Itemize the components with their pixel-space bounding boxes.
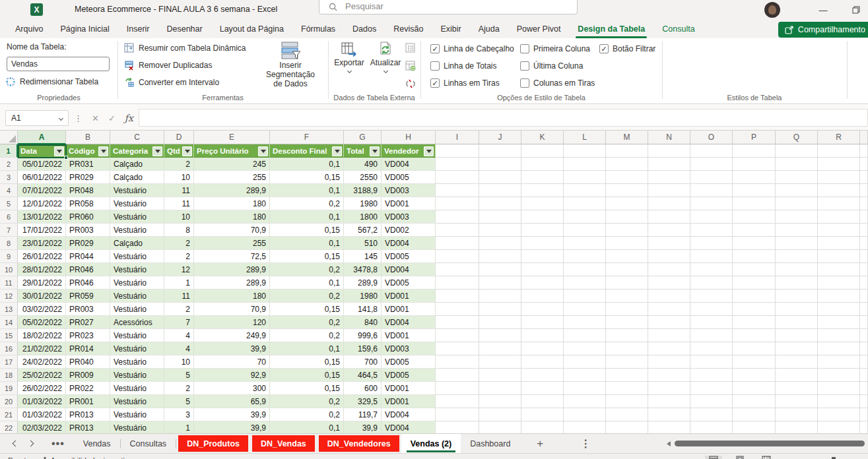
empty-cell[interactable] (564, 369, 606, 382)
table-cell[interactable]: Vestuário (110, 303, 164, 316)
table-cell[interactable]: 11 (164, 290, 194, 303)
resize-table-button[interactable]: Redimensionar Tabela (5, 76, 98, 87)
empty-cell[interactable] (776, 224, 818, 237)
empty-cell[interactable] (436, 355, 479, 369)
table-cell[interactable]: 289,9 (194, 263, 270, 276)
empty-cell[interactable] (479, 329, 521, 342)
table-cell[interactable]: PR029 (66, 171, 110, 184)
table-cell[interactable]: 0,2 (270, 263, 344, 276)
filter-dropdown-button[interactable] (54, 146, 64, 156)
empty-cell[interactable] (690, 342, 733, 355)
row-header-22[interactable]: 22 (0, 421, 18, 433)
summarize-pivot-button[interactable]: Resumir com Tabela Dinâmica (124, 43, 246, 53)
ribbon-tab-ajuda[interactable]: Ajuda (470, 20, 508, 38)
table-cell[interactable]: 0,1 (270, 276, 344, 290)
empty-cell[interactable] (521, 224, 564, 237)
sheet-tab-dn-vendedores[interactable]: DN_Vendedores (319, 435, 399, 452)
empty-cell[interactable] (733, 171, 776, 184)
restore-button[interactable] (846, 4, 866, 16)
empty-cell[interactable] (564, 237, 606, 250)
empty-cell[interactable] (690, 355, 733, 369)
empty-cell[interactable] (521, 395, 564, 408)
empty-cell[interactable] (521, 263, 564, 276)
empty-cell[interactable] (648, 303, 690, 316)
table-cell[interactable]: VD004 (382, 421, 436, 433)
empty-cell[interactable] (860, 224, 868, 237)
table-cell[interactable]: 0,15 (270, 303, 344, 316)
table-cell[interactable]: PR027 (66, 316, 110, 329)
empty-cell[interactable] (606, 237, 648, 250)
table-cell[interactable]: VD003 (382, 342, 436, 355)
table-cell[interactable]: 249,9 (194, 329, 270, 342)
empty-cell[interactable] (479, 303, 521, 316)
row-header-3[interactable]: 3 (0, 171, 18, 184)
empty-cell[interactable] (479, 197, 521, 210)
style-option-linha-de-cabe-alho[interactable]: ✓Linha de Cabeçalho (430, 40, 514, 57)
sheet-tab-vendas-2-[interactable]: Vendas (2) (401, 434, 461, 453)
empty-cell[interactable] (606, 224, 648, 237)
row-header-9[interactable]: 9 (0, 250, 18, 263)
table-cell[interactable]: VD004 (382, 408, 436, 421)
empty-cell[interactable] (648, 210, 690, 224)
table-cell[interactable]: 39,9 (194, 408, 270, 421)
empty-cell[interactable] (564, 303, 606, 316)
table-cell[interactable]: 11 (164, 197, 194, 210)
empty-cell[interactable] (818, 303, 860, 316)
empty-cell[interactable] (860, 237, 868, 250)
table-cell[interactable]: VD005 (382, 171, 436, 184)
empty-cell[interactable] (436, 276, 479, 290)
empty-cell[interactable] (564, 395, 606, 408)
table-cell[interactable]: 600 (344, 382, 382, 395)
empty-cell[interactable] (521, 144, 564, 158)
empty-cell[interactable] (776, 303, 818, 316)
empty-cell[interactable] (521, 237, 564, 250)
table-cell[interactable]: 2 (164, 158, 194, 171)
column-header-H[interactable]: H (382, 131, 436, 144)
empty-cell[interactable] (818, 171, 860, 184)
table-cell[interactable]: 510 (344, 237, 382, 250)
table-cell[interactable]: VD001 (382, 329, 436, 342)
empty-cell[interactable] (690, 276, 733, 290)
table-cell[interactable]: 0,1 (270, 184, 344, 197)
empty-cell[interactable] (818, 342, 860, 355)
table-cell[interactable]: 180 (194, 197, 270, 210)
table-cell[interactable]: VD005 (382, 250, 436, 263)
empty-cell[interactable] (860, 342, 868, 355)
table-cell[interactable]: 7 (164, 316, 194, 329)
empty-cell[interactable] (860, 329, 868, 342)
empty-cell[interactable] (436, 382, 479, 395)
empty-cell[interactable] (521, 250, 564, 263)
row-header-21[interactable]: 21 (0, 408, 18, 421)
table-cell[interactable]: 25/02/2022 (18, 369, 66, 382)
table-cell[interactable]: 289,9 (344, 276, 382, 290)
style-option-colunas-em-tiras[interactable]: Colunas em Tiras (520, 75, 595, 92)
empty-cell[interactable] (818, 224, 860, 237)
empty-cell[interactable] (479, 408, 521, 421)
table-cell[interactable]: 4 (164, 329, 194, 342)
table-cell[interactable]: 0,2 (270, 197, 344, 210)
empty-cell[interactable] (818, 184, 860, 197)
table-header-cell[interactable]: Qtd (164, 144, 194, 158)
row-header-16[interactable]: 16 (0, 342, 18, 355)
empty-cell[interactable] (860, 276, 868, 290)
table-cell[interactable]: 65,9 (194, 395, 270, 408)
empty-cell[interactable] (818, 421, 860, 433)
empty-cell[interactable] (521, 342, 564, 355)
column-header-R[interactable]: R (818, 131, 860, 144)
table-cell[interactable]: 464,5 (344, 369, 382, 382)
sheet-tab-dashboard[interactable]: Dashboard (461, 434, 519, 453)
empty-cell[interactable] (648, 316, 690, 329)
empty-cell[interactable] (606, 342, 648, 355)
empty-cell[interactable] (733, 369, 776, 382)
row-header-6[interactable]: 6 (0, 210, 18, 224)
table-cell[interactable]: 180 (194, 210, 270, 224)
table-cell[interactable]: 490 (344, 158, 382, 171)
empty-cell[interactable] (818, 382, 860, 395)
empty-cell[interactable] (521, 184, 564, 197)
empty-cell[interactable] (818, 329, 860, 342)
insert-function-icon[interactable]: ƒx (125, 113, 133, 123)
table-cell[interactable]: 1 (164, 276, 194, 290)
empty-cell[interactable] (648, 171, 690, 184)
empty-cell[interactable] (436, 342, 479, 355)
table-cell[interactable]: VD004 (382, 158, 436, 171)
